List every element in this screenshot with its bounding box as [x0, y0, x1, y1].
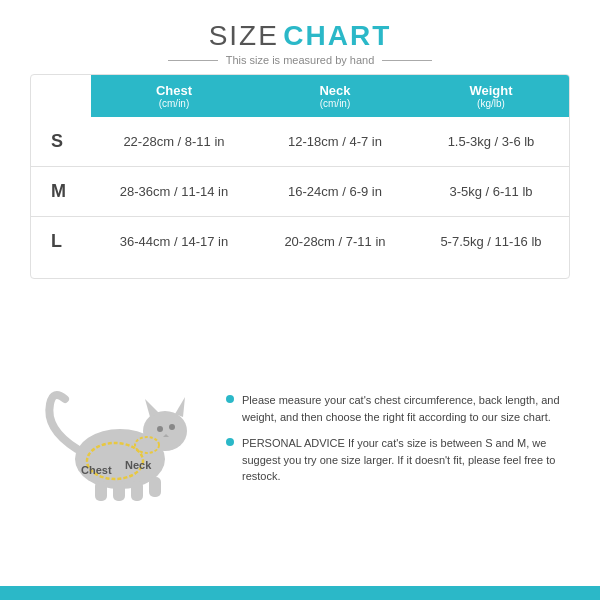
size-table: Chest (cm/in) Neck (cm/in) Weight (kg/lb…: [31, 75, 569, 266]
note-bullet-1: [226, 395, 234, 403]
subtitle-line-left: [168, 60, 218, 61]
weight-m: 3-5kg / 6-11 lb: [413, 167, 569, 217]
cat-illustration: Chest Neck: [30, 291, 210, 586]
col-header-neck: Neck (cm/in): [257, 75, 413, 117]
weight-s: 1.5-3kg / 3-6 lb: [413, 117, 569, 167]
note-text-1: Please measure your cat's chest circumfe…: [242, 392, 570, 425]
chest-m: 28-36cm / 11-14 in: [91, 167, 257, 217]
svg-text:Neck: Neck: [125, 459, 152, 471]
bottom-section: Chest Neck Please measure your cat's che…: [30, 291, 570, 586]
weight-l: 5-7.5kg / 11-16 lb: [413, 217, 569, 267]
svg-point-8: [157, 426, 163, 432]
size-l: L: [31, 217, 91, 267]
svg-rect-7: [149, 477, 161, 497]
title-row: SIZE CHART: [30, 20, 570, 52]
main-container: SIZE CHART This size is measured by hand…: [0, 0, 600, 600]
title-chart: CHART: [283, 20, 391, 51]
title-size: SIZE: [209, 20, 279, 51]
size-s: S: [31, 117, 91, 167]
neck-s: 12-18cm / 4-7 in: [257, 117, 413, 167]
bottom-bar: [0, 586, 600, 600]
subtitle-row: This size is measured by hand: [30, 54, 570, 66]
svg-marker-2: [145, 399, 160, 417]
note-bullet-2: [226, 438, 234, 446]
chest-s: 22-28cm / 8-11 in: [91, 117, 257, 167]
col-header-chest: Chest (cm/in): [91, 75, 257, 117]
svg-rect-5: [113, 481, 125, 501]
note-text-2: PERSONAL ADVICE If your cat's size is be…: [242, 435, 570, 485]
svg-rect-4: [95, 481, 107, 501]
subtitle-line-right: [382, 60, 432, 61]
col-header-weight: Weight (kg/lb): [413, 75, 569, 117]
note-item-2: PERSONAL ADVICE If your cat's size is be…: [226, 435, 570, 485]
svg-marker-3: [175, 397, 185, 417]
note-item-1: Please measure your cat's chest circumfe…: [226, 392, 570, 425]
svg-text:Chest: Chest: [81, 464, 112, 476]
col-header-empty: [31, 75, 91, 117]
neck-m: 16-24cm / 6-9 in: [257, 167, 413, 217]
subtitle-text: This size is measured by hand: [226, 54, 375, 66]
table-row: S 22-28cm / 8-11 in 12-18cm / 4-7 in 1.5…: [31, 117, 569, 167]
size-m: M: [31, 167, 91, 217]
table-row: M 28-36cm / 11-14 in 16-24cm / 6-9 in 3-…: [31, 167, 569, 217]
neck-l: 20-28cm / 7-11 in: [257, 217, 413, 267]
svg-point-1: [143, 411, 187, 451]
size-table-wrapper: Chest (cm/in) Neck (cm/in) Weight (kg/lb…: [30, 74, 570, 279]
cat-svg: Chest Neck: [35, 369, 205, 509]
chest-l: 36-44cm / 14-17 in: [91, 217, 257, 267]
table-row: L 36-44cm / 14-17 in 20-28cm / 7-11 in 5…: [31, 217, 569, 267]
svg-point-9: [169, 424, 175, 430]
svg-rect-6: [131, 481, 143, 501]
header: SIZE CHART This size is measured by hand: [30, 20, 570, 66]
notes-section: Please measure your cat's chest circumfe…: [226, 291, 570, 586]
